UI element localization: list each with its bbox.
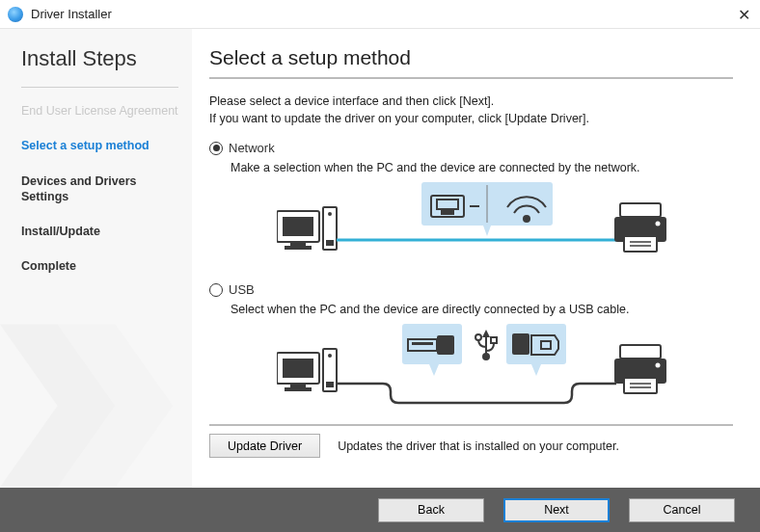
- cancel-button[interactable]: Cancel: [629, 498, 735, 522]
- svg-point-39: [475, 334, 481, 340]
- option-usb-label: USB: [229, 282, 255, 297]
- printer-icon: [614, 203, 666, 252]
- update-driver-button[interactable]: Update Driver: [209, 434, 320, 458]
- option-network-desc: Make a selection when the PC and the dev…: [231, 161, 733, 174]
- svg-rect-34: [437, 335, 454, 355]
- printer-icon: [614, 345, 666, 393]
- option-usb-desc: Select when the PC and the device are di…: [231, 303, 733, 316]
- radio-network[interactable]: [209, 142, 223, 155]
- divider: [21, 87, 178, 88]
- titlebar: Driver Installer ✕: [0, 0, 760, 29]
- svg-point-29: [328, 354, 332, 358]
- usb-illustration: [277, 324, 733, 412]
- page-title: Select a setup method: [209, 46, 733, 69]
- svg-rect-45: [620, 345, 661, 359]
- svg-point-20: [656, 222, 661, 226]
- svg-rect-21: [624, 236, 657, 252]
- usb-trident-icon: [475, 330, 497, 360]
- step-install-update: Install/Update: [21, 224, 178, 239]
- option-network-label: Network: [229, 141, 275, 155]
- usb-a-plug-icon: [408, 335, 454, 355]
- svg-rect-26: [290, 384, 306, 387]
- svg-marker-44: [531, 364, 541, 376]
- close-icon[interactable]: ✕: [738, 6, 750, 24]
- update-driver-desc: Updates the driver that is installed on …: [338, 439, 619, 453]
- svg-rect-5: [285, 246, 312, 250]
- option-usb[interactable]: USB Select when the PC and the device ar…: [209, 282, 733, 412]
- intro-text: Please select a device interface and the…: [209, 93, 733, 127]
- step-complete: Complete: [21, 258, 178, 274]
- radio-usb[interactable]: [209, 283, 223, 297]
- svg-rect-42: [512, 333, 529, 355]
- svg-point-47: [656, 363, 661, 368]
- step-eula: End User License Agreement: [21, 103, 178, 119]
- option-network[interactable]: Network Make a selection when the PC and…: [209, 141, 733, 271]
- svg-rect-40: [491, 337, 497, 343]
- update-driver-row: Update Driver Updates the driver that is…: [209, 424, 733, 458]
- window-title: Driver Installer: [31, 7, 112, 21]
- sidebar: Install Steps End User License Agreement…: [0, 29, 192, 488]
- svg-rect-4: [290, 242, 306, 246]
- bottom-bar: Back Next Cancel: [0, 488, 760, 532]
- back-button[interactable]: Back: [378, 498, 484, 522]
- svg-rect-33: [412, 342, 433, 345]
- svg-rect-8: [326, 240, 334, 246]
- intro-line-2: If you want to update the driver on your…: [209, 112, 589, 125]
- svg-point-7: [328, 212, 332, 216]
- svg-rect-48: [624, 378, 657, 393]
- svg-point-16: [523, 215, 530, 223]
- next-button[interactable]: Next: [503, 498, 610, 522]
- svg-rect-30: [326, 382, 334, 387]
- svg-rect-3: [283, 217, 313, 236]
- main-panel: Select a setup method Please select a de…: [192, 29, 760, 488]
- sidebar-decoration: [0, 324, 192, 488]
- divider: [209, 77, 733, 79]
- svg-rect-27: [285, 387, 312, 391]
- network-illustration: [277, 182, 733, 271]
- step-devices-settings: Devices and Drivers Settings: [21, 173, 178, 205]
- svg-marker-17: [483, 226, 491, 236]
- svg-marker-35: [429, 364, 439, 376]
- svg-rect-14: [441, 210, 454, 215]
- sidebar-heading: Install Steps: [21, 46, 178, 71]
- svg-marker-38: [482, 330, 490, 337]
- step-setup-method: Select a setup method: [21, 138, 178, 153]
- intro-line-1: Please select a device interface and the…: [209, 94, 494, 108]
- svg-rect-18: [620, 203, 661, 217]
- svg-rect-25: [283, 359, 313, 378]
- app-icon: [8, 7, 23, 22]
